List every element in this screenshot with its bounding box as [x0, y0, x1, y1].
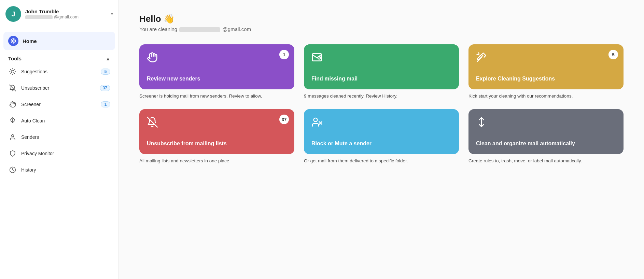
- card-explore-suggestions[interactable]: 5 Explore Cleaning Suggestions: [468, 44, 624, 89]
- card-title-block-mute: Block or Mute a sender: [311, 140, 451, 147]
- senders-label: Senders: [21, 134, 110, 140]
- card-desc-find-missing: 9 messages cleaned recently. Review Hist…: [304, 93, 459, 100]
- envelope-question-icon: ?: [311, 52, 451, 65]
- sidebar-item-history[interactable]: History: [3, 162, 115, 178]
- email-blur: [179, 27, 220, 32]
- card-badge-review-senders: 1: [279, 50, 289, 59]
- card-unsubscribe[interactable]: 37 Unsubscribe from mailing lists: [139, 109, 294, 154]
- clock-icon: [8, 165, 17, 174]
- main-content: Hello 👋 You are cleaning @gmail.com 1 Re…: [119, 0, 644, 279]
- greeting-heading: Hello 👋: [139, 14, 624, 24]
- tools-chevron-icon[interactable]: ▲: [106, 56, 110, 61]
- arrows-updown-icon: [476, 117, 616, 130]
- bulb-icon: [8, 67, 17, 76]
- shield-icon: [8, 149, 17, 158]
- card-title-find-missing: Find missing mail: [311, 75, 451, 83]
- user-info: John Trumble @gmail.com: [25, 9, 107, 19]
- svg-line-15: [10, 85, 16, 91]
- card-wrapper-unsubscribe: 37 Unsubscribe from mailing lists All ma…: [139, 109, 294, 164]
- suggestions-badge: 5: [101, 69, 110, 75]
- subgreeting: You are cleaning @gmail.com: [139, 26, 624, 32]
- card-badge-unsubscribe: 37: [279, 115, 289, 124]
- home-icon: [8, 36, 18, 46]
- card-title-auto-clean: Clean and organize mail automatically: [476, 140, 616, 147]
- unsubscriber-label: Unsubscriber: [21, 85, 96, 91]
- nav-section: Home Tools ▲ S: [0, 28, 118, 181]
- svg-line-14: [14, 70, 15, 70]
- hand-icon: [8, 100, 17, 109]
- history-label: History: [21, 167, 110, 173]
- card-desc-review-senders: Screener is holding mail from new sender…: [139, 93, 294, 100]
- svg-point-6: [11, 70, 14, 73]
- user-name: John Trumble: [25, 9, 107, 14]
- user-section[interactable]: J John Trumble @gmail.com ▾: [0, 0, 118, 28]
- screener-badge: 1: [101, 101, 110, 107]
- card-wrapper-find-missing: ? Find missing mail 9 messages cleaned r…: [304, 44, 459, 100]
- person-icon: [8, 133, 17, 142]
- svg-line-10: [14, 73, 15, 74]
- screener-label: Screener: [21, 102, 97, 107]
- broom-sparkle-icon: [476, 52, 616, 65]
- svg-line-9: [11, 70, 11, 70]
- svg-line-21: [147, 117, 157, 127]
- bell-off-icon: [8, 84, 17, 92]
- user-email: @gmail.com: [25, 14, 107, 19]
- privacy-monitor-label: Privacy Monitor: [21, 151, 110, 156]
- sidebar-item-unsubscriber[interactable]: Unsubscriber 37: [3, 80, 115, 96]
- card-desc-auto-clean: Create rules to, trash, move, or label m…: [468, 158, 624, 164]
- tools-section-label: Tools: [8, 56, 22, 61]
- svg-point-22: [314, 118, 318, 122]
- tools-header: Tools ▲: [3, 52, 115, 63]
- person-block-icon: [311, 117, 451, 130]
- unsubscriber-badge: 37: [100, 85, 110, 91]
- cards-grid: 1 Review new senders Screener is holding…: [139, 44, 624, 164]
- card-wrapper-auto-clean: Clean and organize mail automatically Cr…: [468, 109, 624, 164]
- card-desc-explore-suggestions: Kick start your cleaning with our recomm…: [468, 93, 624, 100]
- sidebar-item-suggestions[interactable]: Suggestions 5: [3, 63, 115, 80]
- sidebar-item-senders[interactable]: Senders: [3, 129, 115, 145]
- card-title-review-senders: Review new senders: [147, 75, 287, 83]
- sidebar-item-home[interactable]: Home: [3, 32, 115, 50]
- card-desc-unsubscribe: All mailing lists and newsletters in one…: [139, 158, 294, 164]
- card-title-explore-suggestions: Explore Cleaning Suggestions: [476, 75, 616, 83]
- svg-text:?: ?: [319, 57, 320, 59]
- card-auto-clean[interactable]: Clean and organize mail automatically: [468, 109, 624, 154]
- arrows-down-up-icon: [8, 116, 17, 125]
- sidebar-item-privacy-monitor[interactable]: Privacy Monitor: [3, 145, 115, 162]
- card-badge-explore-suggestions: 5: [608, 50, 618, 59]
- suggestions-label: Suggestions: [21, 69, 97, 74]
- sidebar-item-screener[interactable]: Screener 1: [3, 96, 115, 113]
- sidebar: J John Trumble @gmail.com ▾: [0, 0, 119, 279]
- card-wrapper-block-mute: Block or Mute a sender Or get mail from …: [304, 109, 459, 164]
- avatar: J: [5, 6, 21, 22]
- card-review-senders[interactable]: 1 Review new senders: [139, 44, 294, 89]
- card-desc-block-mute: Or get mail from them delivered to a spe…: [304, 158, 459, 164]
- dropdown-chevron-icon[interactable]: ▾: [111, 12, 113, 16]
- card-block-mute[interactable]: Block or Mute a sender: [304, 109, 459, 154]
- card-title-unsubscribe: Unsubscribe from mailing lists: [147, 140, 287, 147]
- auto-clean-label: Auto Clean: [21, 118, 110, 123]
- unsubscribe-icon: [147, 117, 287, 130]
- hand-stop-icon: [147, 52, 287, 65]
- card-find-missing[interactable]: ? Find missing mail: [304, 44, 459, 89]
- sidebar-item-auto-clean[interactable]: Auto Clean: [3, 113, 115, 129]
- svg-line-13: [11, 73, 11, 74]
- card-wrapper-review-senders: 1 Review new senders Screener is holding…: [139, 44, 294, 100]
- home-label: Home: [23, 38, 37, 44]
- card-wrapper-explore-suggestions: 5 Explore Cleaning Suggestions Kick star…: [468, 44, 624, 100]
- svg-point-17: [12, 135, 14, 137]
